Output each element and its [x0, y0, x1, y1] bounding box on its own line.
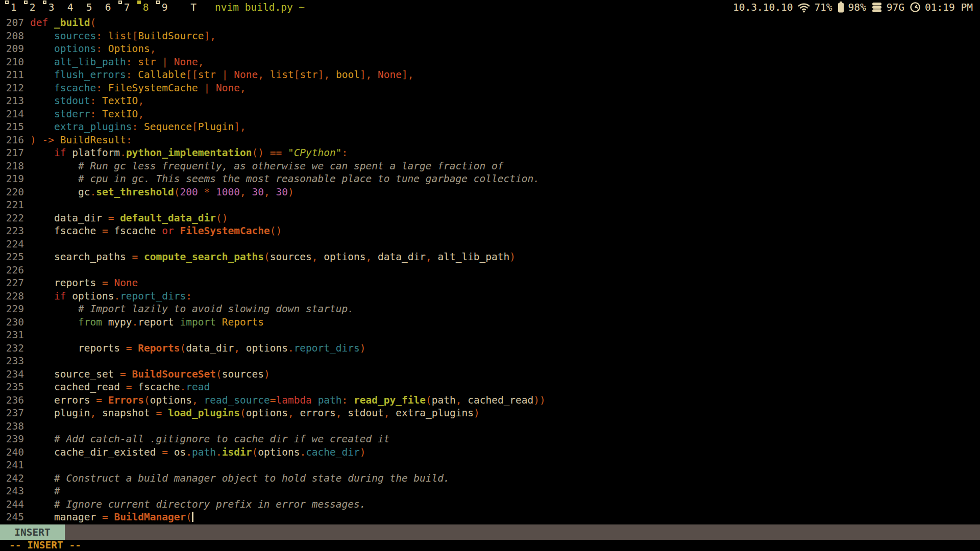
- code-line-210[interactable]: 210 alt_lib_path: str | None,: [0, 56, 980, 69]
- code-line-233[interactable]: 233: [0, 355, 980, 368]
- code-line-235[interactable]: 235 cached_read = fscache.read: [0, 381, 980, 394]
- code-line-219[interactable]: 219 # cpu in gc. This seems the most rea…: [0, 172, 980, 186]
- code-token: [198, 82, 204, 94]
- code-line-231[interactable]: 231: [0, 329, 980, 342]
- code-token: fscache: [54, 82, 96, 94]
- code-line-245[interactable]: 245 manager = BuildManager(: [0, 511, 980, 524]
- code-token: ): [474, 407, 480, 419]
- workspace-tag-2[interactable]: 2: [23, 0, 42, 14]
- status-segment: 01:19 PM: [910, 2, 973, 13]
- code-line-240[interactable]: 240 cache_dir_existed = os.path.isdir(op…: [0, 446, 980, 459]
- code-line-236[interactable]: 236 errors = Errors(options, read_source…: [0, 394, 980, 407]
- code-line-211[interactable]: 211 flush_errors: Callable[[str | None, …: [0, 68, 980, 82]
- code-line-209[interactable]: 209 options: Options,: [0, 42, 980, 56]
- code-line-221[interactable]: 221: [0, 198, 980, 212]
- code-line-230[interactable]: 230 from mypy.report import Reports: [0, 316, 980, 329]
- code-line-238[interactable]: 238: [0, 420, 980, 433]
- code-line-227[interactable]: 227 reports = None: [0, 277, 980, 290]
- workspace-tag-label: 5: [86, 2, 92, 13]
- layout-indicator[interactable]: T: [183, 2, 204, 13]
- workspace-tag-3[interactable]: 3: [42, 0, 61, 14]
- code-token: python_implementation: [126, 147, 252, 159]
- code-line-223[interactable]: 223 fscache = fscache or FileSystemCache…: [0, 224, 980, 238]
- line-number: 242: [0, 472, 24, 485]
- line-number: 225: [0, 251, 24, 264]
- code-line-228[interactable]: 228 if options.report_dirs:: [0, 290, 980, 303]
- code-token: ,: [384, 407, 390, 419]
- status-text: 98%: [848, 2, 866, 13]
- code-token: stderr: [54, 108, 90, 120]
- line-number: 208: [0, 30, 24, 43]
- code-token: [372, 69, 378, 81]
- workspace-tag-label: 1: [11, 2, 17, 13]
- line-number: 220: [0, 186, 24, 199]
- code-token: plugin: [30, 407, 90, 419]
- code-token: (: [252, 446, 258, 458]
- code-line-226[interactable]: 226: [0, 264, 980, 277]
- workspace-tag-6[interactable]: 6: [99, 0, 117, 14]
- code-token: =: [102, 225, 108, 237]
- code-token: sources: [270, 251, 312, 263]
- code-token: TextIO: [102, 95, 138, 107]
- line-number: 215: [0, 120, 24, 134]
- code-line-214[interactable]: 214 stderr: TextIO,: [0, 108, 980, 121]
- code-token: .: [180, 381, 186, 393]
- code-line-243[interactable]: 243 #: [0, 485, 980, 498]
- code-token: options: [240, 342, 288, 354]
- line-number: 244: [0, 498, 24, 511]
- code-line-234[interactable]: 234 source_set = BuildSourceSet(sources): [0, 368, 980, 381]
- code-token: [96, 95, 102, 107]
- code-token: [30, 303, 78, 315]
- code-line-225[interactable]: 225 search_paths = compute_search_paths(…: [0, 251, 980, 264]
- code-token: .: [114, 290, 120, 302]
- code-line-232[interactable]: 232 reports = Reports(data_dir, options.…: [0, 342, 980, 355]
- workspace-tag-4[interactable]: 4: [61, 0, 80, 14]
- workspace-tag-5[interactable]: 5: [80, 0, 99, 14]
- code-token: ],: [204, 30, 216, 42]
- code-line-229[interactable]: 229 # Import lazily to avoid slowing dow…: [0, 303, 980, 316]
- code-token: # Import lazily to avoid slowing down st…: [78, 303, 354, 315]
- code-line-242[interactable]: 242 # Construct a build manager object t…: [0, 472, 980, 485]
- code-token: [108, 511, 114, 523]
- code-token: ,: [234, 342, 240, 354]
- code-token: .: [288, 342, 294, 354]
- code-line-212[interactable]: 212 fscache: FileSystemCache | None,: [0, 82, 980, 95]
- code-token: :: [342, 394, 348, 406]
- workspace-tag-8[interactable]: 8: [136, 0, 155, 14]
- workspace-tag-1[interactable]: 1: [4, 0, 23, 14]
- code-token: ): [30, 134, 36, 146]
- code-token: stdout: [54, 95, 90, 107]
- code-token: (): [270, 225, 282, 237]
- code-line-241[interactable]: 241: [0, 459, 980, 472]
- code-line-208[interactable]: 208 sources: list[BuildSource],: [0, 30, 980, 43]
- code-line-207[interactable]: 207def _build(: [0, 16, 980, 30]
- code-token: Reports: [222, 316, 264, 328]
- code-token: # cpu in gc. This seems the most reasona…: [78, 173, 540, 185]
- code-line-239[interactable]: 239 # Add catch-all .gitignore to cache …: [0, 433, 980, 446]
- code-line-244[interactable]: 244 # Ignore current directory prefix in…: [0, 498, 980, 511]
- code-line-213[interactable]: 213 stdout: TextIO,: [0, 94, 980, 108]
- code-line-222[interactable]: 222 data_dir = default_data_dir(): [0, 212, 980, 225]
- code-line-224[interactable]: 224: [0, 238, 980, 251]
- line-number: 217: [0, 146, 24, 160]
- workspace-tag-7[interactable]: 7: [117, 0, 136, 14]
- editor-buffer[interactable]: 207def _build(208 sources: list[BuildSou…: [0, 14, 980, 524]
- code-line-217[interactable]: 217 if platform.python_implementation() …: [0, 146, 980, 160]
- code-token: [156, 56, 162, 68]
- code-token: alt_lib_path: [432, 251, 510, 263]
- code-line-220[interactable]: 220 gc.set_threshold(200 * 1000, 30, 30): [0, 186, 980, 199]
- code-line-218[interactable]: 218 # Run gc less frequently, as otherwi…: [0, 160, 980, 173]
- workspace-tag-9[interactable]: 9: [155, 0, 174, 14]
- code-line-216[interactable]: 216) -> BuildResult:: [0, 134, 980, 147]
- code-token: ,: [426, 251, 432, 263]
- code-token: [282, 147, 288, 159]
- code-token: [54, 134, 60, 146]
- code-token: options: [258, 446, 300, 458]
- code-token: # Add catch-all .gitignore to cache dir …: [54, 433, 389, 445]
- code-token: None: [234, 69, 258, 81]
- code-token: # Construct a build manager object to ho…: [54, 472, 450, 484]
- code-token: =: [270, 394, 276, 406]
- code-line-215[interactable]: 215 extra_plugins: Sequence[Plugin],: [0, 120, 980, 134]
- code-line-237[interactable]: 237 plugin, snapshot = load_plugins(opti…: [0, 407, 980, 420]
- code-token: Reports: [138, 342, 180, 354]
